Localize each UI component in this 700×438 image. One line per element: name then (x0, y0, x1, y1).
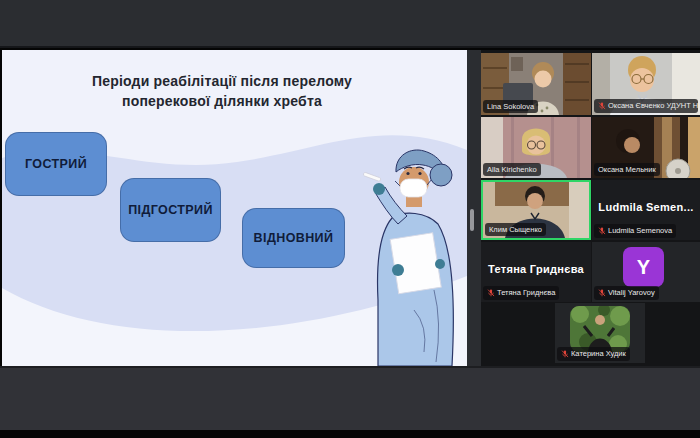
gallery-scrollbar-thumb[interactable] (470, 209, 474, 231)
stage-box-label: ПІДГОСТРИЙ (128, 203, 213, 217)
stage-box-label: ВІДНОВНИЙ (254, 231, 334, 245)
participant-tile-oksana-melnyk[interactable]: Оксана Мельник (592, 117, 700, 178)
foliage-photo (570, 306, 630, 352)
letter-avatar: Y (623, 247, 664, 287)
participant-name-label: Тетяна Гриднєва (483, 286, 559, 300)
bottom-black-strip (0, 430, 700, 438)
participant-name-label: Ludmila Semenova (594, 224, 676, 238)
muted-mic-icon (598, 102, 606, 110)
participant-name-label: Оксана Мельник (594, 163, 660, 177)
participant-tile-oksana-ievchenko[interactable]: Оксана Євченко УДУНТ ННІ УД... (592, 53, 700, 115)
participant-name: Тетяна Гриднєва (497, 289, 555, 297)
muted-mic-icon (487, 289, 495, 297)
stage-box-label: ГОСТРИЙ (25, 157, 87, 171)
participant-name-label: Lina Sokolova (483, 100, 538, 114)
slide-title-line2: поперекової ділянки хребта (2, 91, 442, 111)
participant-tile-ludmila-semenova[interactable]: Ludmila Semen... Ludmila Semenova (592, 180, 700, 240)
stage-box-recovery: ВІДНОВНИЙ (242, 208, 345, 268)
shared-screen-slide: Періоди реабілітації після перелому попе… (2, 50, 467, 366)
participant-name: Lina Sokolova (487, 103, 534, 111)
participant-tile-tetiana-hrydnieva[interactable]: Тетяна Гриднєва Тетяна Гриднєва (481, 242, 591, 302)
participant-tile-kateryna-khudyk[interactable]: Катерина Худик (555, 303, 645, 363)
slide-title: Періоди реабілітації після перелому попе… (2, 71, 442, 111)
meeting-window: Періоди реабілітації після перелому попе… (0, 0, 700, 438)
muted-mic-icon (598, 227, 606, 235)
nurse-illustration (354, 140, 467, 366)
gallery-gap-strip (467, 50, 481, 366)
participant-name: Ludmila Semenova (608, 227, 672, 235)
participant-name-label: Клим Сыщенко (485, 223, 546, 237)
participant-name: Клим Сыщенко (489, 226, 542, 234)
participant-name: Vitalij Yarovoy (608, 289, 655, 297)
participant-display-name: Тетяна Гриднєва (481, 263, 591, 275)
participant-name-label: Катерина Худик (557, 347, 630, 361)
participant-name: Оксана Євченко УДУНТ ННІ УД... (608, 102, 698, 110)
participant-tile-vitalij-yarovoy[interactable]: Y Vitalij Yarovoy (592, 242, 700, 302)
meeting-bottom-bar (0, 366, 700, 430)
participant-name-label: Alla Kirichenko (483, 163, 541, 177)
meeting-top-bar (0, 0, 700, 48)
participant-name-label: Оксана Євченко УДУНТ ННІ УД... (594, 99, 698, 113)
muted-mic-icon (598, 289, 606, 297)
participant-tile-lina-sokolova[interactable]: Lina Sokolova (481, 53, 591, 115)
participant-name: Оксана Мельник (598, 166, 656, 174)
participant-gallery: Lina Sokolova (481, 50, 700, 366)
slide-title-line1: Періоди реабілітації після перелому (2, 71, 442, 91)
stage-box-acute: ГОСТРИЙ (5, 132, 107, 196)
participant-tile-alla-kirichenko[interactable]: Alla Kirichenko (481, 117, 591, 178)
participant-name: Alla Kirichenko (487, 166, 537, 174)
stage-box-subacute: ПІДГОСТРИЙ (120, 178, 221, 242)
participant-name: Катерина Худик (571, 350, 626, 358)
photo-avatar (570, 306, 630, 352)
muted-mic-icon (561, 350, 569, 358)
participant-name-label: Vitalij Yarovoy (594, 286, 659, 300)
participant-tile-klym-syshchenko-active-speaker[interactable]: Клим Сыщенко (481, 180, 591, 240)
participant-display-name: Ludmila Semen... (592, 201, 700, 213)
